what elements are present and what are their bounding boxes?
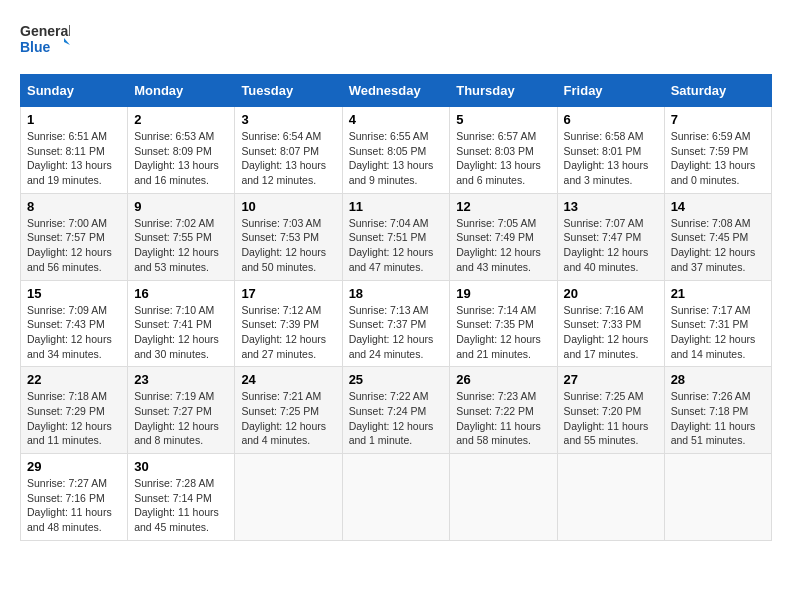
day-number: 16 bbox=[134, 286, 228, 301]
header-thursday: Thursday bbox=[450, 75, 557, 107]
header-friday: Friday bbox=[557, 75, 664, 107]
calendar-cell: 15Sunrise: 7:09 AMSunset: 7:43 PMDayligh… bbox=[21, 280, 128, 367]
calendar-cell: 12Sunrise: 7:05 AMSunset: 7:49 PMDayligh… bbox=[450, 193, 557, 280]
day-number: 21 bbox=[671, 286, 765, 301]
logo-graphic: General Blue bbox=[20, 20, 70, 64]
day-info: Sunrise: 7:17 AMSunset: 7:31 PMDaylight:… bbox=[671, 303, 765, 362]
day-number: 29 bbox=[27, 459, 121, 474]
day-info: Sunrise: 6:53 AMSunset: 8:09 PMDaylight:… bbox=[134, 129, 228, 188]
calendar-cell bbox=[235, 454, 342, 541]
header-monday: Monday bbox=[128, 75, 235, 107]
calendar-cell: 10Sunrise: 7:03 AMSunset: 7:53 PMDayligh… bbox=[235, 193, 342, 280]
calendar-cell: 13Sunrise: 7:07 AMSunset: 7:47 PMDayligh… bbox=[557, 193, 664, 280]
day-info: Sunrise: 7:09 AMSunset: 7:43 PMDaylight:… bbox=[27, 303, 121, 362]
logo: General Blue bbox=[20, 20, 70, 64]
calendar-cell: 19Sunrise: 7:14 AMSunset: 7:35 PMDayligh… bbox=[450, 280, 557, 367]
calendar-cell: 18Sunrise: 7:13 AMSunset: 7:37 PMDayligh… bbox=[342, 280, 450, 367]
day-info: Sunrise: 7:10 AMSunset: 7:41 PMDaylight:… bbox=[134, 303, 228, 362]
calendar-cell: 1Sunrise: 6:51 AMSunset: 8:11 PMDaylight… bbox=[21, 107, 128, 194]
calendar-week-2: 8Sunrise: 7:00 AMSunset: 7:57 PMDaylight… bbox=[21, 193, 772, 280]
day-number: 14 bbox=[671, 199, 765, 214]
day-number: 28 bbox=[671, 372, 765, 387]
day-info: Sunrise: 7:07 AMSunset: 7:47 PMDaylight:… bbox=[564, 216, 658, 275]
calendar-cell: 23Sunrise: 7:19 AMSunset: 7:27 PMDayligh… bbox=[128, 367, 235, 454]
logo-svg: General Blue bbox=[20, 20, 70, 60]
day-number: 1 bbox=[27, 112, 121, 127]
day-info: Sunrise: 7:14 AMSunset: 7:35 PMDaylight:… bbox=[456, 303, 550, 362]
day-info: Sunrise: 7:22 AMSunset: 7:24 PMDaylight:… bbox=[349, 389, 444, 448]
calendar-cell bbox=[664, 454, 771, 541]
day-number: 22 bbox=[27, 372, 121, 387]
calendar-cell: 8Sunrise: 7:00 AMSunset: 7:57 PMDaylight… bbox=[21, 193, 128, 280]
day-info: Sunrise: 7:26 AMSunset: 7:18 PMDaylight:… bbox=[671, 389, 765, 448]
day-number: 6 bbox=[564, 112, 658, 127]
day-info: Sunrise: 7:27 AMSunset: 7:16 PMDaylight:… bbox=[27, 476, 121, 535]
calendar-cell: 9Sunrise: 7:02 AMSunset: 7:55 PMDaylight… bbox=[128, 193, 235, 280]
day-info: Sunrise: 7:03 AMSunset: 7:53 PMDaylight:… bbox=[241, 216, 335, 275]
calendar-cell: 16Sunrise: 7:10 AMSunset: 7:41 PMDayligh… bbox=[128, 280, 235, 367]
day-info: Sunrise: 6:57 AMSunset: 8:03 PMDaylight:… bbox=[456, 129, 550, 188]
calendar-cell: 3Sunrise: 6:54 AMSunset: 8:07 PMDaylight… bbox=[235, 107, 342, 194]
calendar-cell: 27Sunrise: 7:25 AMSunset: 7:20 PMDayligh… bbox=[557, 367, 664, 454]
calendar-cell: 24Sunrise: 7:21 AMSunset: 7:25 PMDayligh… bbox=[235, 367, 342, 454]
day-number: 26 bbox=[456, 372, 550, 387]
day-info: Sunrise: 7:02 AMSunset: 7:55 PMDaylight:… bbox=[134, 216, 228, 275]
day-info: Sunrise: 7:04 AMSunset: 7:51 PMDaylight:… bbox=[349, 216, 444, 275]
day-info: Sunrise: 7:12 AMSunset: 7:39 PMDaylight:… bbox=[241, 303, 335, 362]
calendar-cell: 11Sunrise: 7:04 AMSunset: 7:51 PMDayligh… bbox=[342, 193, 450, 280]
day-number: 9 bbox=[134, 199, 228, 214]
day-info: Sunrise: 7:16 AMSunset: 7:33 PMDaylight:… bbox=[564, 303, 658, 362]
day-info: Sunrise: 6:51 AMSunset: 8:11 PMDaylight:… bbox=[27, 129, 121, 188]
day-number: 23 bbox=[134, 372, 228, 387]
day-number: 3 bbox=[241, 112, 335, 127]
day-info: Sunrise: 6:54 AMSunset: 8:07 PMDaylight:… bbox=[241, 129, 335, 188]
header-sunday: Sunday bbox=[21, 75, 128, 107]
calendar-cell: 4Sunrise: 6:55 AMSunset: 8:05 PMDaylight… bbox=[342, 107, 450, 194]
calendar-week-1: 1Sunrise: 6:51 AMSunset: 8:11 PMDaylight… bbox=[21, 107, 772, 194]
day-number: 19 bbox=[456, 286, 550, 301]
calendar-cell: 20Sunrise: 7:16 AMSunset: 7:33 PMDayligh… bbox=[557, 280, 664, 367]
calendar-table: SundayMondayTuesdayWednesdayThursdayFrid… bbox=[20, 74, 772, 541]
calendar-cell bbox=[450, 454, 557, 541]
day-info: Sunrise: 7:00 AMSunset: 7:57 PMDaylight:… bbox=[27, 216, 121, 275]
svg-text:General: General bbox=[20, 23, 70, 39]
calendar-week-3: 15Sunrise: 7:09 AMSunset: 7:43 PMDayligh… bbox=[21, 280, 772, 367]
calendar-cell: 28Sunrise: 7:26 AMSunset: 7:18 PMDayligh… bbox=[664, 367, 771, 454]
page-header: General Blue bbox=[20, 20, 772, 64]
day-number: 4 bbox=[349, 112, 444, 127]
day-number: 18 bbox=[349, 286, 444, 301]
day-info: Sunrise: 6:59 AMSunset: 7:59 PMDaylight:… bbox=[671, 129, 765, 188]
calendar-cell: 6Sunrise: 6:58 AMSunset: 8:01 PMDaylight… bbox=[557, 107, 664, 194]
day-info: Sunrise: 6:55 AMSunset: 8:05 PMDaylight:… bbox=[349, 129, 444, 188]
calendar-week-4: 22Sunrise: 7:18 AMSunset: 7:29 PMDayligh… bbox=[21, 367, 772, 454]
calendar-cell: 5Sunrise: 6:57 AMSunset: 8:03 PMDaylight… bbox=[450, 107, 557, 194]
calendar-cell: 29Sunrise: 7:27 AMSunset: 7:16 PMDayligh… bbox=[21, 454, 128, 541]
day-number: 7 bbox=[671, 112, 765, 127]
header-saturday: Saturday bbox=[664, 75, 771, 107]
day-number: 11 bbox=[349, 199, 444, 214]
day-number: 25 bbox=[349, 372, 444, 387]
calendar-cell: 7Sunrise: 6:59 AMSunset: 7:59 PMDaylight… bbox=[664, 107, 771, 194]
day-number: 2 bbox=[134, 112, 228, 127]
logo-wordmark: General Blue bbox=[20, 20, 70, 64]
calendar-cell: 14Sunrise: 7:08 AMSunset: 7:45 PMDayligh… bbox=[664, 193, 771, 280]
day-number: 5 bbox=[456, 112, 550, 127]
day-number: 15 bbox=[27, 286, 121, 301]
day-number: 17 bbox=[241, 286, 335, 301]
calendar-cell: 17Sunrise: 7:12 AMSunset: 7:39 PMDayligh… bbox=[235, 280, 342, 367]
calendar-cell bbox=[342, 454, 450, 541]
day-info: Sunrise: 7:05 AMSunset: 7:49 PMDaylight:… bbox=[456, 216, 550, 275]
day-info: Sunrise: 7:25 AMSunset: 7:20 PMDaylight:… bbox=[564, 389, 658, 448]
calendar-cell: 30Sunrise: 7:28 AMSunset: 7:14 PMDayligh… bbox=[128, 454, 235, 541]
day-info: Sunrise: 7:21 AMSunset: 7:25 PMDaylight:… bbox=[241, 389, 335, 448]
calendar-cell: 2Sunrise: 6:53 AMSunset: 8:09 PMDaylight… bbox=[128, 107, 235, 194]
day-number: 13 bbox=[564, 199, 658, 214]
calendar-cell bbox=[557, 454, 664, 541]
day-number: 20 bbox=[564, 286, 658, 301]
day-number: 10 bbox=[241, 199, 335, 214]
day-info: Sunrise: 7:08 AMSunset: 7:45 PMDaylight:… bbox=[671, 216, 765, 275]
day-number: 30 bbox=[134, 459, 228, 474]
day-info: Sunrise: 7:19 AMSunset: 7:27 PMDaylight:… bbox=[134, 389, 228, 448]
header-wednesday: Wednesday bbox=[342, 75, 450, 107]
calendar-cell: 25Sunrise: 7:22 AMSunset: 7:24 PMDayligh… bbox=[342, 367, 450, 454]
